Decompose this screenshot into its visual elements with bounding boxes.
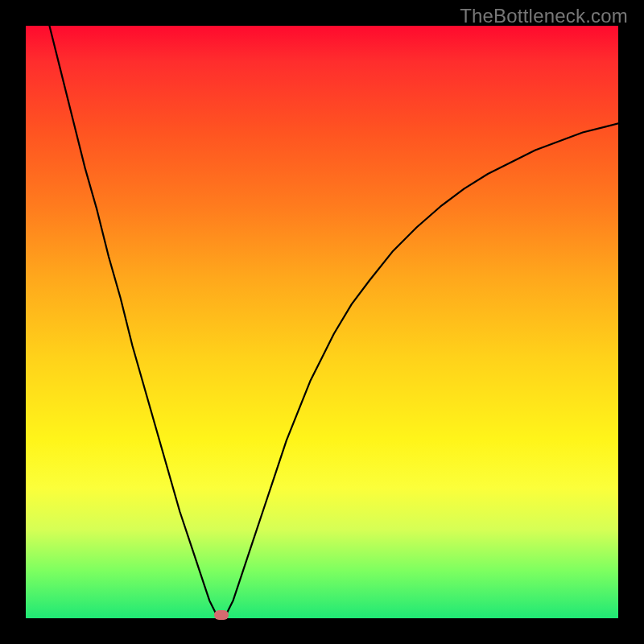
chart-container: TheBottleneck.com: [0, 0, 644, 644]
bottleneck-curve: [26, 26, 618, 618]
minimum-marker-icon: [214, 610, 229, 620]
watermark-label: TheBottleneck.com: [460, 5, 628, 27]
plot-area: [26, 26, 618, 618]
